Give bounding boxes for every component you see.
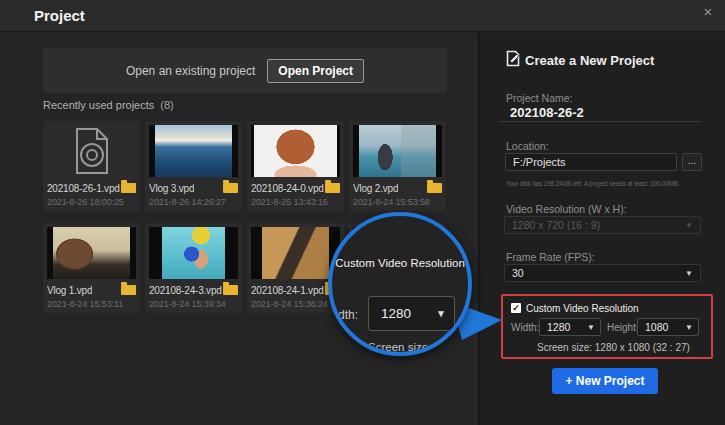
folder-icon[interactable] xyxy=(427,183,442,193)
chevron-down-icon: ▼ xyxy=(587,323,595,332)
width-label: Width: xyxy=(511,322,539,333)
folder-icon[interactable] xyxy=(223,285,238,295)
folder-icon[interactable] xyxy=(121,183,136,193)
chevron-down-icon: ▼ xyxy=(685,323,693,332)
project-timestamp: 2021-8-24 15:39:34 xyxy=(149,299,238,309)
height-dropdown[interactable]: 1080 ▼ xyxy=(637,318,699,336)
project-card[interactable]: 202108-24-0.vpd 2021-8-25 13:43:16 xyxy=(247,121,344,211)
project-name-label: Project Name: xyxy=(506,92,573,104)
create-project-panel: Create a New Project Project Name: 20210… xyxy=(478,33,725,425)
video-resolution-dropdown: 1280 x 720 (16 : 9) ▼ xyxy=(504,216,701,234)
custom-resolution-highlight-box: ✓ Custom Video Resolution Width: 1280 ▼ … xyxy=(501,294,713,359)
disk-space-note: Your disk has 198.24GB left. A project n… xyxy=(506,179,680,188)
new-document-icon xyxy=(506,50,520,67)
chevron-down-icon: ▼ xyxy=(685,269,693,278)
project-card[interactable]: 202108-26-1.vpd 2021-8-26 18:00:25 xyxy=(43,121,140,211)
open-existing-label: Open an existing project xyxy=(126,64,255,78)
recent-projects-count: (8) xyxy=(160,99,173,111)
vpd-file-icon xyxy=(47,125,136,177)
project-thumbnail xyxy=(251,227,340,279)
project-name: Vlog 2.vpd xyxy=(353,183,398,194)
project-timestamp: 2021-8-26 14:26:27 xyxy=(149,197,238,207)
magnified-width-label: dth: xyxy=(338,308,358,322)
magnified-custom-resolution-title: Custom Video Resolution xyxy=(332,257,468,269)
magnifier-overlay: Custom Video Resolution dth: 1280 ▼ Scre… xyxy=(328,212,472,356)
project-name-underline xyxy=(500,121,700,122)
frame-rate-dropdown[interactable]: 30 ▼ xyxy=(504,264,701,282)
project-timestamp: 2021-8-25 13:43:16 xyxy=(251,197,340,207)
project-name: 202108-24-1.vpd xyxy=(251,285,324,296)
project-name: Vlog 3.vpd xyxy=(149,183,194,194)
project-timestamp: 2021-8-24 15:36:24 xyxy=(251,299,340,309)
project-thumbnail xyxy=(149,227,238,279)
project-thumbnail xyxy=(149,125,238,177)
project-name: 202108-26-1.vpd xyxy=(47,183,120,194)
project-timestamp: 2021-8-24 15:53:11 xyxy=(47,299,136,309)
custom-resolution-checkbox-label: Custom Video Resolution xyxy=(526,303,639,314)
browse-button[interactable]: ... xyxy=(682,153,702,171)
project-timestamp: 2021-8-26 18:00:25 xyxy=(47,197,136,207)
open-project-button[interactable]: Open Project xyxy=(267,59,364,83)
dialog-titlebar: Project × xyxy=(0,0,725,32)
project-name: 202108-24-0.vpd xyxy=(251,183,324,194)
magnified-width-dropdown: 1280 ▼ xyxy=(368,296,455,331)
height-label: Height: xyxy=(607,322,639,333)
project-timestamp: 2021-8-24 15:53:58 xyxy=(353,197,442,207)
project-card[interactable]: Vlog 2.vpd 2021-8-24 15:53:58 xyxy=(349,121,446,211)
project-card[interactable]: Vlog 3.vpd 2021-8-26 14:26:27 xyxy=(145,121,242,211)
recent-projects-label: Recently used projects xyxy=(43,99,154,111)
open-existing-banner: Open an existing project Open Project xyxy=(43,48,447,93)
folder-icon[interactable] xyxy=(325,183,340,193)
custom-resolution-checkbox[interactable]: ✓ xyxy=(511,303,521,313)
frame-rate-label: Frame Rate (FPS): xyxy=(506,251,595,263)
width-dropdown[interactable]: 1280 ▼ xyxy=(539,318,601,336)
recent-projects-heading: Recently used projects(8) xyxy=(43,99,174,111)
project-name: 202108-24-3.vpd xyxy=(149,285,222,296)
project-name-field[interactable]: 202108-26-2 xyxy=(510,105,584,120)
project-card[interactable]: 202108-24-3.vpd 2021-8-24 15:39:34 xyxy=(145,223,242,313)
new-project-button[interactable]: + New Project xyxy=(552,368,658,394)
project-thumbnail xyxy=(353,125,442,177)
project-thumbnail xyxy=(251,125,340,177)
panel-title: Create a New Project xyxy=(525,53,654,68)
location-input[interactable]: F:/Projects xyxy=(505,153,677,171)
project-thumbnail xyxy=(47,227,136,279)
chevron-down-icon: ▼ xyxy=(436,308,446,319)
project-card[interactable]: Vlog 1.vpd 2021-8-24 15:53:11 xyxy=(43,223,140,313)
project-name: Vlog 1.vpd xyxy=(47,285,92,296)
chevron-down-icon: ▼ xyxy=(685,221,693,230)
close-icon[interactable]: × xyxy=(698,2,718,22)
folder-icon[interactable] xyxy=(121,285,136,295)
video-resolution-label: Video Resolution (W x H): xyxy=(506,203,627,215)
dialog-title: Project xyxy=(34,0,85,32)
location-label: Location: xyxy=(506,140,549,152)
custom-screen-size-text: Screen size: 1280 x 1080 (32 : 27) xyxy=(537,342,690,353)
folder-icon[interactable] xyxy=(223,183,238,193)
